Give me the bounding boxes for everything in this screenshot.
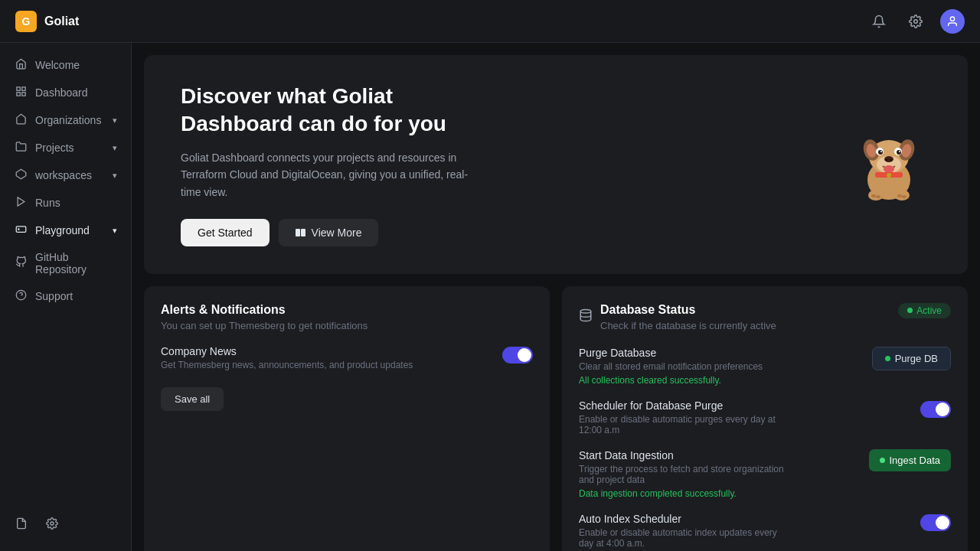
app-title: Goliat (44, 15, 79, 28)
video-icon (296, 229, 305, 236)
svg-point-20 (886, 159, 888, 161)
sidebar-item-support[interactable]: Support (6, 283, 125, 309)
sidebar-item-organizations[interactable]: Organizations ▾ (6, 107, 125, 133)
svg-point-34 (876, 195, 880, 198)
svg-point-28 (884, 165, 894, 173)
projects-icon (14, 141, 28, 155)
company-news-info: Company News Get Themesberg news, announ… (161, 345, 413, 370)
settings-button[interactable] (903, 9, 928, 34)
db-title-group: Database Status Check if the database is… (579, 303, 776, 331)
auto-index-label: Auto Index Scheduler (579, 513, 793, 525)
topbar: G Goliat (0, 0, 980, 43)
runs-icon (14, 196, 28, 210)
user-avatar[interactable] (940, 9, 965, 34)
ingestion-label: Start Data Ingestion (579, 449, 793, 461)
auto-index-desc: Enable or disable automatic index update… (579, 527, 793, 549)
active-dot (907, 308, 913, 313)
database-icon (579, 308, 593, 326)
sidebar: Welcome Dashboard Organizations ▾ Projec… (0, 43, 132, 551)
purge-db-button[interactable]: Purge DB (872, 347, 951, 370)
dog-mascot (847, 122, 931, 207)
svg-point-19 (884, 156, 893, 162)
get-started-button[interactable]: Get Started (181, 219, 270, 246)
sidebar-item-label: Projects (35, 142, 74, 154)
svg-point-21 (890, 159, 893, 161)
ingest-data-button[interactable]: Ingest Data (869, 449, 952, 471)
cards-grid: Alerts & Notifications You can set up Th… (144, 286, 968, 551)
sidebar-item-dashboard[interactable]: Dashboard (6, 80, 125, 106)
organizations-icon (14, 113, 28, 127)
scheduler-toggle[interactable] (920, 401, 951, 418)
svg-rect-3 (21, 87, 24, 90)
svg-point-11 (51, 522, 54, 525)
hero-buttons: Get Started View More (181, 219, 472, 246)
sidebar-item-label: workspaces (35, 169, 92, 181)
github-icon (14, 256, 28, 270)
company-news-toggle[interactable] (502, 347, 533, 364)
auto-index-toggle[interactable] (920, 514, 951, 531)
hero-text: Discover what GoliatDashboard can do for… (181, 83, 472, 246)
auto-index-row: Auto Index Scheduler Enable or disable a… (579, 513, 951, 549)
data-ingestion-row: Start Data Ingestion Trigger the process… (579, 449, 951, 499)
chevron-down-icon: ▾ (113, 171, 117, 181)
hero-title: Discover what GoliatDashboard can do for… (181, 83, 472, 139)
app-body: Welcome Dashboard Organizations ▾ Projec… (0, 43, 980, 551)
svg-point-37 (580, 309, 591, 313)
support-icon (14, 289, 28, 303)
sidebar-item-runs[interactable]: Runs (6, 190, 125, 216)
purge-database-row: Purge Database Clear all stored email no… (579, 347, 951, 386)
dashboard-icon (14, 86, 28, 99)
svg-rect-5 (21, 93, 24, 96)
svg-point-36 (902, 195, 906, 198)
db-card-subtitle: Check if the database is currently activ… (600, 320, 776, 331)
svg-point-25 (897, 150, 901, 155)
sidebar-item-workspaces[interactable]: workspaces ▾ (6, 162, 125, 188)
sidebar-item-github[interactable]: GitHub Repository (6, 245, 125, 282)
sidebar-item-projects[interactable]: Projects ▾ (6, 135, 125, 161)
view-more-button[interactable]: View More (279, 219, 379, 246)
topbar-left: G Goliat (15, 11, 79, 32)
purge-success: All collections cleared successfully. (579, 375, 763, 386)
status-badge-active: Active (898, 303, 951, 318)
svg-point-30 (887, 173, 891, 178)
sidebar-bottom (6, 505, 125, 542)
playground-icon (14, 223, 28, 237)
chevron-down-icon: ▾ (113, 226, 117, 236)
save-all-button[interactable]: Save all (161, 387, 224, 411)
scheduler-desc: Enable or disable automatic purges every… (579, 414, 793, 435)
scheduler-purge-row: Scheduler for Database Purge Enable or d… (579, 399, 951, 435)
svg-marker-6 (16, 169, 26, 179)
ingestion-info: Start Data Ingestion Trigger the process… (579, 449, 793, 499)
docs-button[interactable] (9, 511, 34, 536)
bottom-settings-button[interactable] (40, 511, 64, 536)
company-news-label: Company News (161, 345, 413, 357)
sidebar-item-label: GitHub Repository (35, 251, 117, 276)
purge-label: Purge Database (579, 347, 763, 359)
sidebar-item-welcome[interactable]: Welcome (6, 52, 125, 78)
notification-button[interactable] (867, 9, 891, 34)
sidebar-item-label: Runs (35, 197, 60, 209)
purge-desc: Clear all stored email notification pref… (579, 361, 763, 372)
auto-index-info: Auto Index Scheduler Enable or disable a… (579, 513, 793, 549)
sidebar-item-label: Organizations (35, 114, 101, 126)
ingestion-success: Data ingestion completed successfully. (579, 488, 793, 499)
chevron-down-icon: ▾ (113, 143, 117, 153)
sidebar-item-label: Playground (35, 224, 90, 236)
ingest-dot (880, 458, 885, 463)
workspaces-icon (14, 168, 28, 182)
svg-point-26 (880, 151, 882, 152)
svg-point-35 (897, 194, 902, 197)
alerts-card-subtitle: You can set up Themesberg to get notific… (161, 320, 533, 331)
svg-point-0 (914, 19, 918, 23)
alerts-card-title: Alerts & Notifications (161, 303, 533, 317)
sidebar-item-playground[interactable]: Playground ▾ (6, 217, 125, 243)
svg-point-24 (878, 150, 883, 155)
purge-dot (885, 356, 890, 361)
company-news-row: Company News Get Themesberg news, announ… (161, 345, 533, 370)
sidebar-item-label: Dashboard (35, 86, 88, 99)
svg-point-32 (894, 190, 910, 201)
hero-description: Goliat Dashboard connects your projects … (181, 149, 472, 201)
main-content: Discover what GoliatDashboard can do for… (132, 43, 980, 551)
hero-banner: Discover what GoliatDashboard can do for… (144, 55, 968, 274)
svg-point-33 (871, 194, 876, 197)
